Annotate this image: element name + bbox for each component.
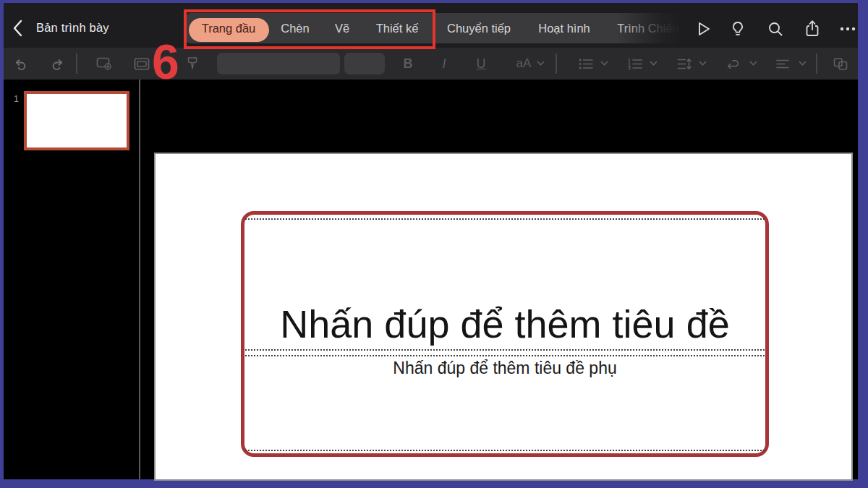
align-icon (775, 59, 790, 69)
tab-animations[interactable]: Hoạt hình (538, 13, 590, 43)
numbered-list-button[interactable] (627, 58, 643, 70)
more-button[interactable] (838, 19, 858, 39)
redo-button[interactable] (50, 56, 65, 72)
shapes-icon (833, 57, 848, 71)
shapes-button[interactable] (833, 57, 848, 71)
undo-icon (14, 56, 29, 72)
ideas-button[interactable] (728, 19, 748, 39)
slide-number: 1 (14, 94, 19, 104)
chevron-down-icon[interactable] (537, 61, 545, 67)
chevron-down-icon[interactable] (799, 61, 807, 67)
annotation-step-number: 6 (152, 37, 179, 86)
back-button[interactable] (10, 19, 27, 38)
new-slide-button[interactable] (95, 56, 113, 72)
toolbar-divider (816, 53, 817, 74)
chevron-left-icon (10, 19, 27, 38)
share-button[interactable] (802, 19, 822, 39)
redo-icon (50, 56, 65, 72)
screenshot-frame: Bản trình bày Trang đầu Chèn Vẽ Thiết kế… (0, 0, 868, 488)
text-style-button[interactable]: aA (516, 56, 532, 72)
chevron-down-icon[interactable] (749, 61, 757, 67)
bullet-list-button[interactable] (578, 58, 594, 70)
italic-button[interactable]: I (442, 56, 446, 72)
tab-strip-fade (616, 13, 682, 43)
lightbulb-icon (728, 19, 748, 39)
chevron-down-icon[interactable] (650, 61, 658, 67)
play-button[interactable] (693, 19, 713, 39)
search-button[interactable] (765, 19, 786, 39)
bold-button[interactable]: B (404, 56, 413, 72)
toolbar-divider (76, 53, 77, 74)
chevron-down-icon[interactable] (600, 61, 608, 67)
play-icon (693, 19, 713, 39)
font-size-field[interactable] (344, 53, 385, 74)
numbered-list-icon (627, 58, 643, 70)
chevron-down-icon[interactable] (699, 61, 707, 67)
undo-button[interactable] (14, 56, 29, 72)
format-painter-icon (186, 56, 200, 72)
placeholder-border-top (245, 218, 765, 220)
line-spacing-icon (677, 58, 692, 70)
placeholder-border-bottom (245, 450, 765, 451)
placeholder-border-middle (245, 355, 765, 356)
tab-transitions[interactable]: Chuyển tiếp (447, 13, 511, 43)
slide-thumbnail[interactable] (24, 91, 129, 150)
slide-canvas[interactable]: Nhấn đúp để thêm tiêu đề Nhấn đúp để thê… (156, 154, 851, 479)
new-slide-icon (95, 56, 113, 72)
layout-button[interactable] (134, 57, 150, 71)
layout-icon (134, 57, 150, 71)
bullet-list-icon (578, 58, 594, 70)
sidebar-divider (139, 80, 140, 479)
search-icon (765, 19, 786, 39)
font-name-field[interactable] (217, 53, 340, 74)
underline-button[interactable]: U (477, 56, 486, 72)
title-placeholder[interactable]: Nhấn đúp để thêm tiêu đề (241, 301, 769, 346)
align-button[interactable] (775, 59, 790, 69)
format-painter-button[interactable] (186, 56, 200, 72)
document-title: Bản trình bày (36, 21, 109, 35)
line-spacing-button[interactable] (677, 58, 692, 70)
text-wrap-icon (726, 59, 741, 69)
annotation-highlight-box (184, 9, 435, 49)
toolbar-divider (556, 53, 557, 74)
share-icon (802, 19, 822, 39)
placeholder-border-middle (245, 349, 765, 351)
ellipsis-icon (838, 19, 858, 39)
subtitle-placeholder[interactable]: Nhấn đúp để thêm tiêu đề phụ (241, 359, 769, 378)
text-wrap-button[interactable] (726, 59, 741, 69)
